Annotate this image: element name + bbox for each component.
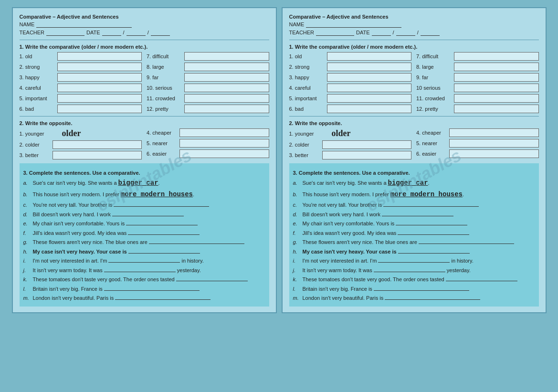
adj-input-5[interactable]	[57, 94, 142, 103]
teacher-label-right: TEACHER	[289, 30, 315, 35]
opp-label-1: 1. younger	[20, 131, 51, 137]
fill-c-right[interactable]	[383, 206, 479, 207]
fill-e-left[interactable]	[126, 225, 198, 225]
fill-k-right[interactable]	[446, 281, 517, 281]
sentence-label-d-left: d.	[23, 211, 31, 219]
name-label-left: NAME	[20, 21, 35, 27]
fill-k-left[interactable]	[176, 281, 248, 281]
sentence-i-left: i. I'm not very interested in art. I'm i…	[23, 257, 265, 265]
adj-input-r12[interactable]	[454, 105, 539, 113]
fill-f-left[interactable]	[128, 234, 200, 235]
adj-input-6[interactable]	[57, 105, 142, 113]
adj-label-5: 5. important	[20, 95, 55, 101]
section3-title-right: 3. Complete the sentences. Use a compara…	[293, 170, 535, 176]
date-field2-right[interactable]	[396, 29, 415, 36]
adj-input-11[interactable]	[184, 94, 269, 103]
opp-input-3[interactable]	[53, 151, 142, 159]
teacher-field-left[interactable]	[46, 29, 84, 36]
fill-e-right[interactable]	[396, 225, 467, 225]
fill-j-right[interactable]	[374, 272, 445, 272]
fill-i-right[interactable]	[378, 262, 450, 263]
date-field2-left[interactable]	[126, 29, 146, 36]
adj-input-r8[interactable]	[454, 63, 539, 71]
date-field3-left[interactable]	[151, 29, 170, 36]
opp-label-r2: 2. colder	[289, 142, 320, 148]
opp-answer-r1: older	[322, 128, 360, 138]
adj-row-8: 8. large	[147, 63, 269, 71]
opp-col-left: 1. younger older 2. colder 3. better	[20, 128, 142, 159]
adj-input-4[interactable]	[57, 84, 142, 92]
adj-label-r3: 3. happy	[289, 74, 325, 80]
adj-input-9[interactable]	[184, 73, 269, 82]
opp-input-5[interactable]	[179, 139, 269, 148]
fill-d-left[interactable]	[112, 216, 184, 216]
fill-h-left[interactable]	[128, 253, 200, 254]
sentence-text-k-right: These tomatoes don't taste very good. Th…	[303, 275, 535, 284]
fill-l-right[interactable]	[374, 290, 469, 291]
fill-c-left[interactable]	[114, 206, 209, 207]
sentence-label-j-right: j.	[293, 266, 301, 275]
adj-label-10: 10. serious	[147, 85, 182, 91]
opp-input-r5[interactable]	[449, 139, 539, 148]
adj-input-r2[interactable]	[327, 63, 412, 71]
name-label-right: NAME	[289, 21, 305, 27]
adj-input-r3[interactable]	[327, 73, 412, 82]
adj-input-r6[interactable]	[327, 105, 412, 113]
adj-row-9: 9. far	[147, 73, 269, 82]
fill-m-right[interactable]	[385, 299, 480, 300]
adj-input-r4[interactable]	[327, 84, 412, 92]
adj-input-r5[interactable]	[327, 94, 412, 103]
fill-l-left[interactable]	[104, 290, 200, 291]
adj-input-r7[interactable]	[454, 52, 539, 61]
sentence-label-k-right: k.	[293, 275, 301, 284]
opp-input-r6[interactable]	[449, 149, 539, 158]
name-field-right[interactable]	[306, 21, 401, 28]
fill-f-right[interactable]	[398, 234, 469, 235]
fill-j-left[interactable]	[104, 272, 176, 272]
adj-input-r10[interactable]	[454, 84, 539, 92]
sentence-text-a-right: Sue's car isn't very big. She wants a bi…	[303, 178, 535, 188]
adj-input-1[interactable]	[57, 52, 142, 61]
opp-input-r4[interactable]	[449, 128, 539, 137]
adj-input-8[interactable]	[184, 63, 269, 71]
adj-label-r11: 11. crowded	[416, 95, 452, 101]
adj-input-r1[interactable]	[327, 52, 412, 61]
opp-label-4: 4. cheaper	[147, 130, 178, 136]
adj-input-2[interactable]	[57, 63, 142, 71]
date-field1-right[interactable]	[372, 29, 391, 36]
date-field3-right[interactable]	[421, 29, 440, 36]
fill-h-right[interactable]	[398, 253, 470, 254]
fill-d-right[interactable]	[382, 216, 453, 216]
adj-input-r11[interactable]	[454, 94, 539, 103]
sentence-text-m-left: London isn't very beautiful. Paris is	[33, 294, 265, 302]
adj-input-12[interactable]	[184, 105, 269, 113]
date-field1-left[interactable]	[102, 29, 121, 36]
opp-input-2[interactable]	[53, 140, 142, 149]
fill-g-right[interactable]	[419, 244, 514, 244]
opposite-grid-right: 1. younger older 2. colder 3. better 4. …	[289, 128, 539, 159]
adj-row-r8: 8. large	[416, 63, 539, 71]
adj-input-7[interactable]	[184, 52, 269, 61]
opp-input-6[interactable]	[179, 149, 269, 158]
adj-input-10[interactable]	[184, 84, 269, 92]
sentence-text-j-right: It isn't very warm today. It was yesterd…	[303, 266, 535, 275]
fill-g-left[interactable]	[149, 244, 244, 244]
name-field-left[interactable]	[36, 21, 132, 28]
adj-label-r9: 9. far	[416, 74, 452, 80]
opp-input-4[interactable]	[179, 128, 269, 137]
adj-row-r7: 7. difficult	[416, 52, 539, 61]
opp-row-r3: 3. better	[289, 151, 412, 159]
fill-i-left[interactable]	[108, 262, 180, 263]
sentence-label-g-right: g.	[293, 238, 301, 246]
answer-a-left: bigger car	[118, 179, 158, 187]
adj-input-3[interactable]	[57, 73, 142, 82]
adj-input-r9[interactable]	[454, 73, 539, 82]
opp-input-r2[interactable]	[322, 140, 412, 149]
teacher-field-right[interactable]	[316, 29, 354, 36]
worksheet-right: Comparative – Adjective and Sentences NA…	[282, 7, 547, 313]
sentence-k-right: k. These tomatoes don't taste very good.…	[293, 275, 535, 284]
header-fields-left: NAME TEACHER DATE / /	[20, 21, 269, 36]
fill-m-left[interactable]	[115, 299, 211, 300]
opp-input-r3[interactable]	[322, 151, 412, 159]
divider1-right	[289, 40, 539, 40]
